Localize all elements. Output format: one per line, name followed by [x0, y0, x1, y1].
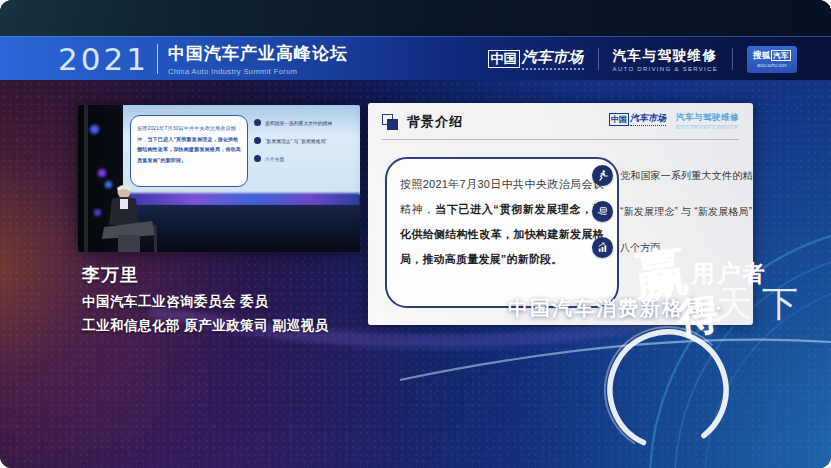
square-bullet-icon	[382, 114, 399, 131]
bullet-label: “新发展理念” 与 “新发展格局”	[620, 205, 752, 219]
bullet-row: 党和国家一系列重大文件的精神	[592, 165, 744, 186]
slide-bullets: 党和国家一系列重大文件的精神 “新发展理念” 与 “新发展格局” 八个方面	[592, 165, 744, 273]
sohu-logo-text: 搜狐	[753, 50, 771, 60]
stage-background: 按照2021年7月30日中共中央政治局会议精神，当下已进入“贯彻新发展理念，深化…	[0, 80, 831, 468]
logo-divider	[598, 48, 599, 70]
logo-divider	[732, 48, 733, 70]
event-brand: 2021 中国汽车产业高峰论坛 China Auto Industry Summ…	[58, 41, 348, 77]
mini-bullet-icon	[254, 119, 261, 126]
header-band: 2021 中国汽车产业高峰论坛 China Auto Industry Summ…	[0, 36, 831, 80]
sohu-auto-logo: 搜狐汽车 auto.sohu.com	[747, 46, 797, 73]
slide-logos: 中国 汽车市场 汽车与驾驶维修 AUTO DRIVING & SERVICE	[609, 112, 739, 130]
stage-light-icon	[98, 169, 106, 177]
slide-china-market-logo: 中国 汽车市场	[609, 112, 666, 126]
slide-driving-logo: 汽车与驾驶维修 AUTO DRIVING & SERVICE	[676, 112, 739, 130]
slide-logo-boxed: 中国	[609, 113, 629, 126]
event-title: 中国汽车产业高峰论坛	[168, 42, 348, 65]
mini-slide-bullets: 党和国家一系列重大文件的精神 “新发展理念” 与 “新发展格局” 八个方面	[254, 119, 358, 173]
header-logos: 中国 汽车市场 汽车与驾驶维修 AUTO DRIVING & SERVICE 搜…	[488, 37, 797, 81]
brush-ring-icon	[588, 318, 748, 468]
auto-driving-service-en: AUTO DRIVING & SERVICE	[613, 66, 718, 72]
stage-truss	[84, 105, 88, 252]
header-top-strip	[0, 0, 831, 36]
mini-bullet-label: 八个方面	[265, 156, 284, 162]
sohu-logo-url: auto.sohu.com	[757, 63, 787, 68]
mini-bullet-label: 党和国家一系列重大文件的精神	[265, 120, 332, 126]
auto-driving-service-logo: 汽车与驾驶维修 AUTO DRIVING & SERVICE	[613, 47, 718, 72]
mini-slide-textbox: 按照2021年7月30日中共中央政治局会议精神，当下已进入“贯彻新发展理念，深化…	[130, 115, 248, 187]
speaker-title-1: 中国汽车工业咨询委员会 委员	[82, 293, 329, 311]
bullet-label: 党和国家一系列重大文件的精神	[620, 169, 753, 183]
slide-textbox: 按照2021年7月30日中共中央政治局会议精神，当下已进入“贯彻新发展理念，深化…	[385, 157, 619, 308]
mini-bullet-icon	[254, 137, 261, 144]
slide-driving-cn: 汽车与驾驶维修	[676, 112, 739, 124]
speaker-video-feed[interactable]: 按照2021年7月30日中共中央政治局会议精神，当下已进入“贯彻新发展理念，深化…	[78, 105, 360, 252]
growth-chart-icon	[592, 237, 613, 258]
china-auto-market-logo-rest: 汽车市场	[522, 48, 584, 70]
slide-heading-row: 背景介绍	[382, 113, 463, 131]
stage-light-icon	[90, 125, 99, 134]
presentation-slide[interactable]: 背景介绍 中国 汽车市场 汽车与驾驶维修 AUTO DRIVING & SERV…	[368, 103, 753, 325]
brand-divider	[157, 44, 158, 74]
mini-paragraph-bold: 当下已进入“贯彻新发展理念，深化供给侧结构性改革，加快构建新发展格局，推动高质量…	[137, 136, 241, 163]
slide-driving-en: AUTO DRIVING & SERVICE	[676, 125, 739, 130]
slide-logo-rest: 汽车市场	[630, 112, 666, 126]
speaker-info: 李万里 中国汽车工业咨询委员会 委员 工业和信息化部 原产业政策司 副巡视员	[82, 263, 329, 335]
bullet-row: 八个方面	[592, 237, 744, 258]
china-auto-market-logo: 中国 汽车市场	[488, 48, 584, 70]
event-subtitle: China Auto Industry Summit Forum	[168, 67, 348, 76]
runner-icon	[592, 165, 613, 186]
speaker-name: 李万里	[82, 263, 329, 287]
bullet-row: “新发展理念” 与 “新发展格局”	[592, 201, 744, 222]
app-window: 2021 中国汽车产业高峰论坛 China Auto Industry Summ…	[0, 0, 831, 468]
sohu-logo-badge: 汽车	[771, 50, 791, 61]
hand-card-icon	[592, 201, 613, 222]
auto-driving-service-cn: 汽车与驾驶维修	[613, 47, 718, 65]
event-year: 2021	[58, 41, 149, 77]
bullet-label: 八个方面	[620, 241, 661, 255]
china-auto-market-logo-boxed: 中国	[488, 50, 520, 68]
mini-bullet-icon	[254, 155, 261, 162]
slide-heading: 背景介绍	[407, 113, 463, 131]
speaker-figure	[94, 183, 184, 252]
slide-divider	[382, 139, 739, 140]
mini-bullet-label: “新发展理念” 与 “新发展格局”	[265, 138, 327, 144]
speaker-title-2: 工业和信息化部 原产业政策司 副巡视员	[82, 317, 329, 335]
